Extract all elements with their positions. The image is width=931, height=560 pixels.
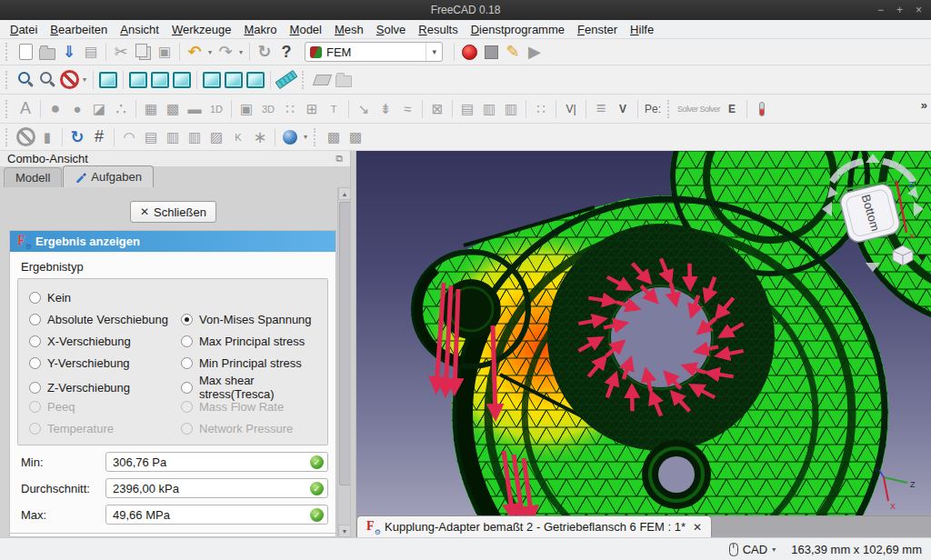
radio-circle[interactable]: [29, 292, 41, 304]
min-field[interactable]: 306,76 Pa ✓: [105, 452, 328, 472]
macro-stop-icon[interactable]: [481, 41, 501, 63]
mesh-boundary-layer-icon[interactable]: ▤: [457, 98, 477, 120]
radio-circle[interactable]: [29, 314, 41, 325]
constraint-temperature-icon[interactable]: ≈: [397, 98, 417, 120]
post-cut-function-icon[interactable]: ▥: [163, 126, 183, 148]
fem-nodes-set-icon[interactable]: ∴: [111, 98, 131, 120]
radio-kein[interactable]: Kein: [29, 291, 181, 305]
menu-fenster[interactable]: Fenster: [571, 22, 624, 37]
schliessen-button[interactable]: ✕ Schließen: [130, 201, 216, 223]
menu-datei[interactable]: Datei: [4, 22, 44, 37]
post-show-result-icon[interactable]: ▤: [141, 126, 161, 148]
refresh-results-icon[interactable]: ↻: [67, 126, 87, 148]
constraint-fixed-icon[interactable]: ▣: [236, 98, 256, 120]
solver-calculix-icon[interactable]: Solver: [677, 98, 698, 120]
dropdown-arrow-icon[interactable]: ▾: [80, 75, 89, 84]
menu-model[interactable]: Model: [284, 22, 328, 37]
vtk-post-icon[interactable]: V|: [561, 98, 581, 120]
fem-material-solid-icon[interactable]: ●: [45, 98, 65, 120]
task-panel-scrollbar[interactable]: ▲ ▼: [337, 187, 350, 537]
radio-circle[interactable]: [181, 357, 193, 369]
macro-record-icon[interactable]: [459, 41, 479, 63]
document-tab[interactable]: F ⚙ Kupplung-Adapter bemaßt 2 - Getriebe…: [356, 515, 712, 537]
refresh-icon[interactable]: ↻: [255, 41, 275, 63]
macro-execute-icon[interactable]: ▶: [525, 41, 545, 63]
result-bar-icon[interactable]: ▮: [37, 126, 57, 148]
toolbar-overflow-chevron[interactable]: »: [921, 98, 927, 112]
menu-ansicht[interactable]: Ansicht: [114, 22, 165, 37]
radio-absolute-verschiebung[interactable]: Absolute Verschiebung: [29, 313, 181, 326]
fit-all-icon[interactable]: [15, 69, 35, 91]
fem-material-fluid-icon[interactable]: ●: [67, 98, 87, 120]
paste-icon[interactable]: ▣: [155, 41, 175, 63]
mesh-gmsh-icon[interactable]: ⊠: [427, 98, 447, 120]
new-document-icon[interactable]: [15, 41, 35, 63]
tab-aufgaben[interactable]: Aufgaben: [63, 165, 154, 187]
radio-circle[interactable]: [181, 335, 193, 347]
radio-x-verschiebung[interactable]: X-Verschiebung: [29, 335, 181, 348]
view-right-icon[interactable]: [172, 69, 192, 91]
dropdown-arrow-icon[interactable]: ▾: [205, 48, 215, 56]
menu-bearbeiten[interactable]: Bearbeiten: [44, 22, 114, 37]
thermomech-analysis-icon[interactable]: [752, 98, 772, 120]
vtk-v-icon[interactable]: V: [613, 98, 633, 120]
post-k-filter-icon[interactable]: K: [228, 126, 248, 148]
document-tab-close-icon[interactable]: ✕: [693, 521, 702, 534]
nav-style-dropdown-icon[interactable]: ▾: [772, 545, 776, 554]
navigation-cube[interactable]: Bottom Y Z X: [818, 153, 927, 275]
view-front-icon[interactable]: [128, 69, 148, 91]
constraint-transform-icon[interactable]: T: [324, 98, 344, 120]
measure-distance-icon[interactable]: [275, 69, 297, 91]
radio-circle[interactable]: [29, 335, 41, 347]
constraint-plane-rotation-icon[interactable]: ∷: [280, 98, 300, 120]
fem-element-geometry1d-icon[interactable]: ▦: [141, 98, 161, 120]
radio-min-principal-stress[interactable]: Min Principal stress: [181, 356, 327, 370]
save-icon[interactable]: ⇓: [59, 41, 79, 63]
close-button[interactable]: ×: [916, 4, 922, 16]
solver-job-control-icon[interactable]: ≡: [591, 98, 611, 120]
whats-this-icon[interactable]: ?: [276, 41, 296, 63]
view-top-icon[interactable]: [150, 69, 170, 91]
post-curve-icon[interactable]: ◠: [119, 126, 139, 148]
menu-hilfe[interactable]: Hilfe: [624, 22, 660, 37]
fem-beam-1d-icon[interactable]: 1D: [206, 98, 226, 120]
maximize-button[interactable]: +: [896, 4, 903, 16]
radio-circle-selected[interactable]: [181, 314, 193, 325]
max-field[interactable]: 49,66 MPa ✓: [105, 505, 328, 525]
durchschnitt-field[interactable]: 2396,00 kPa ✓: [105, 478, 328, 498]
constraint-displacement-icon[interactable]: 3D: [258, 98, 278, 120]
scroll-up-icon[interactable]: ▲: [338, 187, 351, 200]
purge-results-icon[interactable]: [15, 126, 35, 148]
undo-icon[interactable]: ↶: [185, 41, 205, 63]
warp-vector-icon[interactable]: ▩: [324, 126, 344, 148]
solver-pe-icon[interactable]: Pe:: [643, 98, 663, 120]
post-flow-filter-icon[interactable]: ∗: [250, 126, 270, 148]
menu-results[interactable]: Results: [412, 22, 464, 37]
macro-edit-icon[interactable]: ✎: [503, 41, 523, 63]
fem-element-rotation1d-icon[interactable]: ▩: [163, 98, 183, 120]
workbench-dropdown-icon[interactable]: ▾: [425, 43, 442, 61]
post-clip-filter-icon[interactable]: ▥: [185, 126, 205, 148]
dropdown-arrow-icon[interactable]: ▾: [236, 48, 245, 56]
grid-icon[interactable]: #: [89, 126, 109, 148]
menu-werkzeuge[interactable]: Werkzeuge: [165, 22, 238, 37]
radio-circle[interactable]: [181, 382, 193, 394]
view-bottom-icon[interactable]: [224, 69, 244, 91]
nav-mini-cube[interactable]: [893, 245, 926, 265]
mesh-region-icon[interactable]: ▥: [479, 98, 499, 120]
radio-circle[interactable]: [29, 382, 41, 394]
data-along-line-icon[interactable]: ▩: [345, 126, 365, 148]
fem-material-editor-icon[interactable]: ◪: [89, 98, 109, 120]
radio-circle[interactable]: [29, 357, 41, 369]
nav-style-label[interactable]: CAD: [743, 543, 767, 556]
group-icon[interactable]: [334, 69, 354, 91]
dropdown-arrow-icon[interactable]: ▾: [301, 133, 310, 141]
minimize-button[interactable]: −: [877, 4, 884, 16]
dock-float-icon[interactable]: ⧉: [335, 153, 343, 165]
mesh-display-info-icon[interactable]: ∷: [531, 98, 551, 120]
draw-style-icon[interactable]: [59, 69, 79, 91]
view-isometric-icon[interactable]: [98, 69, 118, 91]
view-rear-icon[interactable]: [202, 69, 222, 91]
nav-dropdown-icon[interactable]: [917, 255, 926, 261]
constraint-force-icon[interactable]: ↘: [354, 98, 374, 120]
